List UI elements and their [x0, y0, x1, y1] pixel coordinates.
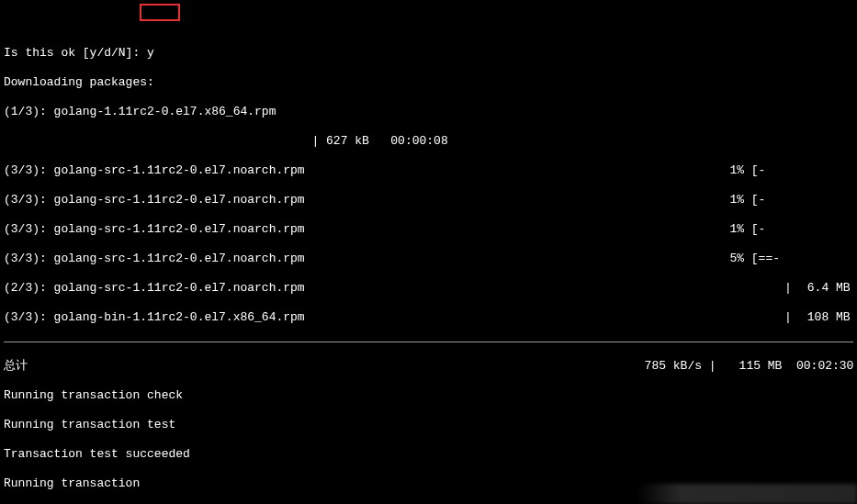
footer-blur [637, 484, 857, 504]
dl-done-size: 6.4 MB [799, 281, 851, 296]
terminal-output: Is this ok [y/d/N]: y Downloading packag… [0, 0, 857, 504]
dl-bar: [- [751, 163, 766, 178]
confirm-prompt: Is this ok [y/d/N]: [4, 46, 140, 60]
dl-label: (3/3): golang-src-1.11rc2-0.el7.noarch.r… [4, 222, 720, 237]
dl-pct: 5% [720, 252, 744, 266]
total-label: 总计 [4, 359, 628, 374]
transaction-line: Transaction test succeeded [4, 447, 853, 462]
download-first-stats: | 627 kB 00:00:08 [4, 134, 853, 149]
dl-bar: [- [751, 193, 766, 207]
download-progress-row: (3/3): golang-src-1.11rc2-0.el7.noarch.r… [4, 163, 853, 178]
dl-done-size: 108 MB [799, 310, 851, 325]
dl-label: (3/3): golang-src-1.11rc2-0.el7.noarch.r… [4, 193, 720, 207]
download-done-row: (3/3): golang-bin-1.11rc2-0.el7.x86_64.r… [4, 310, 853, 325]
dl-pct: 1% [720, 222, 744, 237]
download-line-first: (1/3): golang-1.11rc2-0.el7.x86_64.rpm [4, 105, 853, 119]
downloading-label: Downloading packages: [4, 75, 853, 90]
transaction-line: Running transaction test [4, 418, 853, 432]
total-row: 总计785 kB/s | 115 MB 00:02:30 [4, 359, 853, 374]
download-progress-row: (3/3): golang-src-1.11rc2-0.el7.noarch.r… [4, 222, 853, 237]
dl-bar: [- [751, 222, 766, 237]
confirm-prompt-line: Is this ok [y/d/N]: y [4, 46, 853, 61]
dl-bar: [==- [751, 252, 780, 266]
download-progress-row: (3/3): golang-src-1.11rc2-0.el7.noarch.r… [4, 193, 853, 207]
download-first-stats-text: | 627 kB 00:00:08 [311, 134, 447, 148]
dl-done-label: (2/3): golang-src-1.11rc2-0.el7.noarch.r… [4, 281, 305, 295]
total-time: 00:02:30 [796, 359, 853, 374]
dl-label: (3/3): golang-src-1.11rc2-0.el7.noarch.r… [4, 252, 720, 266]
dl-pct: 1% [720, 163, 744, 178]
download-done-row: (2/3): golang-src-1.11rc2-0.el7.noarch.r… [4, 281, 853, 296]
total-rate: 785 kB/s [628, 359, 702, 374]
separator [4, 342, 853, 342]
dl-pct: 1% [720, 193, 744, 207]
download-progress-row: (3/3): golang-src-1.11rc2-0.el7.noarch.r… [4, 252, 853, 266]
dl-label: (3/3): golang-src-1.11rc2-0.el7.noarch.r… [4, 163, 720, 178]
transaction-line: Running transaction check [4, 388, 853, 403]
highlight-annotation [140, 4, 180, 21]
dl-done-label: (3/3): golang-bin-1.11rc2-0.el7.x86_64.r… [4, 310, 305, 324]
total-size: 115 MB [723, 359, 782, 374]
confirm-answer[interactable]: y [147, 46, 154, 60]
